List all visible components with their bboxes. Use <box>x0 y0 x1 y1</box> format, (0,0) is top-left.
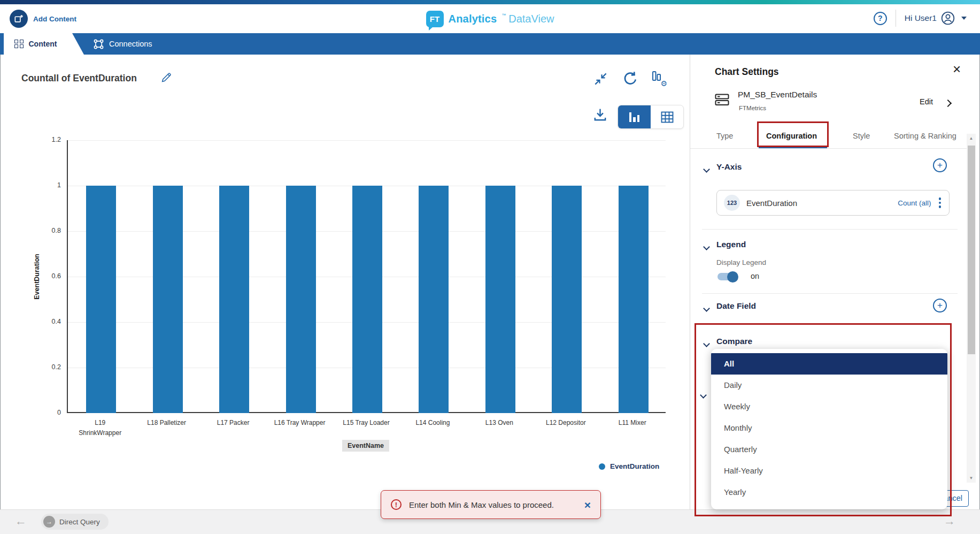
primary-tabbar: Content Connections <box>0 33 980 55</box>
user-menu[interactable]: Hi User1 <box>905 11 967 25</box>
help-icon[interactable] <box>874 12 887 25</box>
y-tick-label: 0 <box>31 409 61 416</box>
datasource-icon <box>715 93 729 109</box>
bar[interactable] <box>552 186 582 413</box>
header-divider <box>896 10 896 27</box>
tab-configuration[interactable]: Configuration <box>766 132 817 140</box>
direct-query-chip[interactable]: Direct Query <box>41 514 109 530</box>
panel-close-icon[interactable] <box>953 62 961 76</box>
chart-legend[interactable]: EventDuration <box>599 462 659 470</box>
y-tick-label: 0.8 <box>31 227 61 234</box>
legend-chevron-icon[interactable] <box>704 242 709 251</box>
compare-dropdown: AllDailyWeeklyMonthlyQuarterlyHalf-Yearl… <box>711 349 947 509</box>
bar[interactable] <box>86 186 116 413</box>
greeting-text: Hi User1 <box>905 13 937 23</box>
add-date-field-icon[interactable] <box>933 299 947 312</box>
x-tick-label: L16 Tray Wrapper <box>267 418 333 428</box>
compare-option[interactable]: All <box>711 353 947 375</box>
edit-title-pencil-icon[interactable] <box>160 72 172 86</box>
compare-option[interactable]: Weekly <box>711 396 947 417</box>
gear-icon: ⚙ <box>660 79 667 88</box>
app-window: Add Content FT Analytics ™ DataView Hi U… <box>0 0 980 534</box>
legend-section-label: Legend <box>716 240 746 249</box>
direct-query-label: Direct Query <box>59 518 100 526</box>
compare-option[interactable]: Quarterly <box>711 439 947 460</box>
bar[interactable] <box>153 186 183 413</box>
datasource-dataset: FTMetrics <box>739 105 766 111</box>
add-y-axis-icon[interactable] <box>933 158 947 172</box>
refresh-icon[interactable] <box>622 71 638 89</box>
compare-option[interactable]: Yearly <box>711 482 947 503</box>
scroll-down-icon[interactable]: ▼ <box>967 476 976 480</box>
legend-dot-icon <box>599 463 605 470</box>
error-toast: Enter both Min & Max values to proceed. <box>381 490 601 519</box>
compare-option[interactable]: Half-Yearly <box>711 460 947 482</box>
aggregation-label[interactable]: Count (all) <box>898 199 931 207</box>
download-icon[interactable] <box>592 107 608 125</box>
tab-connections[interactable]: Connections <box>86 33 160 55</box>
bar[interactable] <box>286 186 316 413</box>
logo-badge-icon: FT <box>426 11 444 27</box>
compare-chevron-icon[interactable] <box>704 339 709 348</box>
chart-plot-area <box>67 140 666 413</box>
add-content-button[interactable]: Add Content <box>10 10 76 28</box>
chart-view-toggle <box>618 105 684 129</box>
display-legend-label: Display Legend <box>716 258 766 266</box>
display-legend-toggle[interactable] <box>717 273 737 280</box>
x-tick-label: L17 Packer <box>200 418 266 428</box>
tab-style[interactable]: Style <box>853 132 870 140</box>
numeric-field-badge: 123 <box>724 195 740 211</box>
query-arrow-icon <box>43 516 55 528</box>
y-axis-field-name: EventDuration <box>746 199 891 208</box>
x-tick-label: L19 ShrinkWrapper <box>67 418 133 438</box>
tab-type[interactable]: Type <box>716 132 733 140</box>
table-grid-icon <box>661 111 674 123</box>
y-axis-field-row[interactable]: 123 EventDuration Count (all) <box>716 190 950 216</box>
back-arrow-icon[interactable]: ← <box>15 514 27 528</box>
section-divider <box>702 293 958 294</box>
x-tick-label: L12 Depositor <box>533 418 599 428</box>
table-view-button[interactable] <box>651 105 683 128</box>
gridline <box>68 140 666 141</box>
bar[interactable] <box>419 186 449 413</box>
app-logo: FT Analytics ™ DataView <box>426 11 554 27</box>
compare-option[interactable]: Daily <box>711 375 947 396</box>
chart-settings-icon[interactable]: ⚙ <box>651 70 665 86</box>
y-tick-label: 0.6 <box>31 272 61 280</box>
chevron-right-icon[interactable] <box>945 98 951 108</box>
compare-option[interactable]: Monthly <box>711 417 947 439</box>
logo-product-text: DataView <box>508 13 554 25</box>
bar[interactable] <box>219 186 249 413</box>
kebab-menu-icon[interactable] <box>938 195 943 210</box>
y-axis-chevron-icon[interactable] <box>704 164 709 174</box>
tab-content[interactable]: Content <box>4 33 84 55</box>
panel-tabs-divider <box>690 148 967 149</box>
bar-chart-view-button[interactable] <box>618 105 651 128</box>
bar[interactable] <box>352 186 382 413</box>
y-tick-label: 0.2 <box>31 363 61 371</box>
tab-content-label: Content <box>29 40 57 48</box>
header-right-cluster: Hi User1 <box>874 10 967 27</box>
panel-scrollbar[interactable]: ▲ ▼ <box>967 134 976 483</box>
scrollbar-thumb[interactable] <box>968 146 975 354</box>
toggle-state-label: on <box>751 272 759 280</box>
x-tick-label: L11 Mixer <box>599 418 666 428</box>
bar[interactable] <box>485 186 515 413</box>
y-tick-label: 0.4 <box>31 318 61 325</box>
y-tick-label: 1.2 <box>31 136 61 143</box>
toast-close-icon[interactable] <box>584 499 591 510</box>
tab-connections-label: Connections <box>109 40 152 48</box>
chart-title: Countall of EventDuration <box>21 73 137 84</box>
bar[interactable] <box>619 186 649 413</box>
datasource-name: PM_SB_EventDetails <box>738 90 817 100</box>
scroll-up-icon[interactable]: ▲ <box>967 136 976 141</box>
legend-series-label: EventDuration <box>610 462 659 470</box>
date-field-chevron-icon[interactable] <box>704 303 709 313</box>
forward-arrow-icon[interactable]: → <box>944 514 955 528</box>
collapse-chart-icon[interactable] <box>593 72 608 88</box>
tab-sorting-ranking[interactable]: Sorting & Ranking <box>894 132 956 140</box>
section-divider <box>702 229 958 230</box>
hidden-section-chevron-icon <box>701 390 706 400</box>
edit-datasource-link[interactable]: Edit <box>920 97 933 106</box>
y-axis-section-label: Y-Axis <box>716 162 742 172</box>
